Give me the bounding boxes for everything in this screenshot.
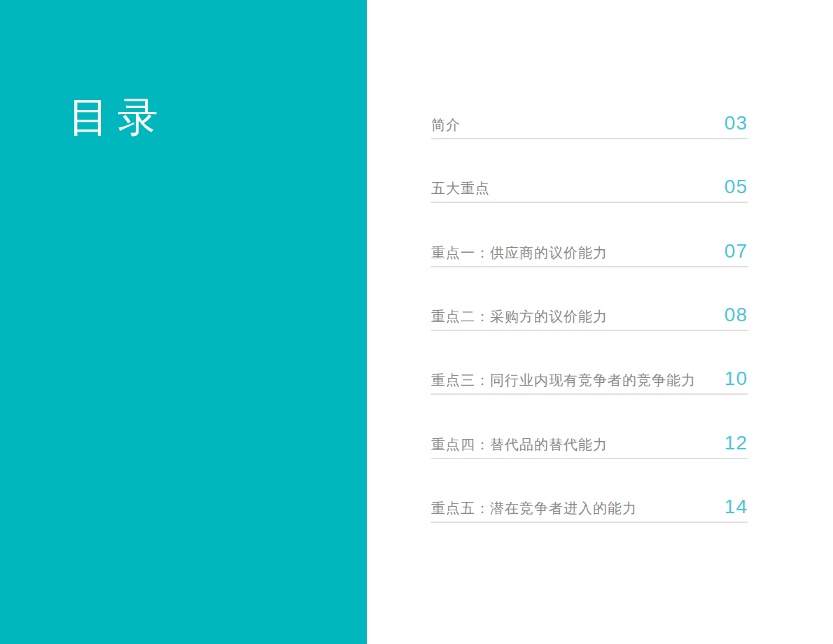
toc-entry-title: 重点五：潜在竞争者进入的能力 [431,501,637,515]
toc-entry-title: 重点四：替代品的替代能力 [431,438,608,451]
toc-entry-page-number: 10 [724,371,748,387]
toc-entry-page-number: 03 [724,115,748,132]
toc-entry-point-4[interactable]: 重点四：替代品的替代能力 12 [431,427,748,459]
table-of-contents: 简介 03 五大重点 05 重点一：供应商的议价能力 07 重点二：采购方的议价… [0,0,833,644]
toc-entry-page-number: 07 [724,244,748,260]
toc-entry-point-5[interactable]: 重点五：潜在竞争者进入的能力 14 [431,491,748,523]
toc-entry-point-2[interactable]: 重点二：采购方的议价能力 08 [431,299,748,331]
toc-entry-point-3[interactable]: 重点三：同行业内现有竞争者的竞争能力 10 [431,363,748,395]
toc-entry-page-number: 05 [724,179,748,195]
toc-entry-title: 重点二：采购方的议价能力 [431,309,608,323]
toc-entry-title: 简介 [431,118,461,132]
toc-entry-five-points[interactable]: 五大重点 05 [431,171,748,203]
toc-entry-page-number: 14 [724,499,748,515]
toc-entry-intro[interactable]: 简介 03 [431,107,748,139]
toc-entry-title: 五大重点 [431,181,490,195]
toc-entry-point-1[interactable]: 重点一：供应商的议价能力 07 [431,235,748,267]
toc-entry-title: 重点三：同行业内现有竞争者的竞争能力 [431,373,696,387]
toc-entry-page-number: 12 [724,435,748,451]
toc-entry-page-number: 08 [724,307,748,323]
toc-entry-title: 重点一：供应商的议价能力 [431,246,608,260]
